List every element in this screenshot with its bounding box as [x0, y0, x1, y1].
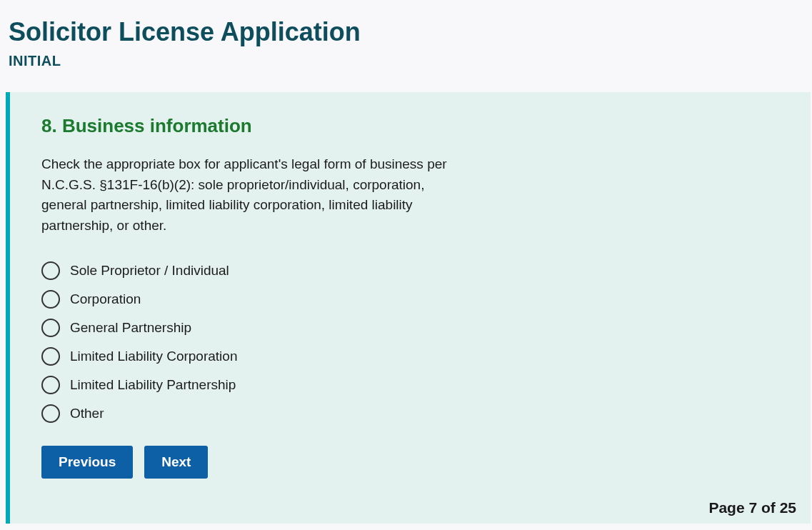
radio-label: Limited Liability Corporation	[70, 349, 237, 364]
radio-circle-icon	[41, 261, 60, 280]
radio-llp[interactable]: Limited Liability Partnership	[41, 376, 779, 394]
section-description: Check the appropriate box for applicant'…	[41, 154, 470, 236]
radio-sole-proprietor[interactable]: Sole Proprietor / Individual	[41, 261, 779, 280]
page-subtitle: INITIAL	[9, 53, 803, 69]
form-section: 8. Business information Check the approp…	[6, 92, 811, 524]
navigation-buttons: Previous Next	[41, 446, 779, 479]
page-indicator: Page 7 of 25	[708, 499, 796, 516]
radio-circle-icon	[41, 376, 60, 394]
radio-circle-icon	[41, 347, 60, 366]
radio-llc[interactable]: Limited Liability Corporation	[41, 347, 779, 366]
previous-button[interactable]: Previous	[41, 446, 133, 479]
page-title: Solicitor License Application	[9, 17, 803, 47]
radio-other[interactable]: Other	[41, 404, 779, 423]
section-heading: 8. Business information	[41, 115, 779, 137]
radio-general-partnership[interactable]: General Partnership	[41, 319, 779, 337]
radio-corporation[interactable]: Corporation	[41, 290, 779, 309]
radio-label: Corporation	[70, 291, 141, 307]
radio-label: Limited Liability Partnership	[70, 377, 236, 393]
radio-label: Other	[70, 406, 104, 421]
radio-circle-icon	[41, 319, 60, 337]
business-type-radio-group: Sole Proprietor / Individual Corporation…	[41, 261, 779, 423]
radio-circle-icon	[41, 404, 60, 423]
radio-circle-icon	[41, 290, 60, 309]
radio-label: General Partnership	[70, 320, 191, 336]
radio-label: Sole Proprietor / Individual	[70, 263, 229, 279]
page-header: Solicitor License Application INITIAL	[0, 0, 812, 84]
next-button[interactable]: Next	[144, 446, 208, 479]
